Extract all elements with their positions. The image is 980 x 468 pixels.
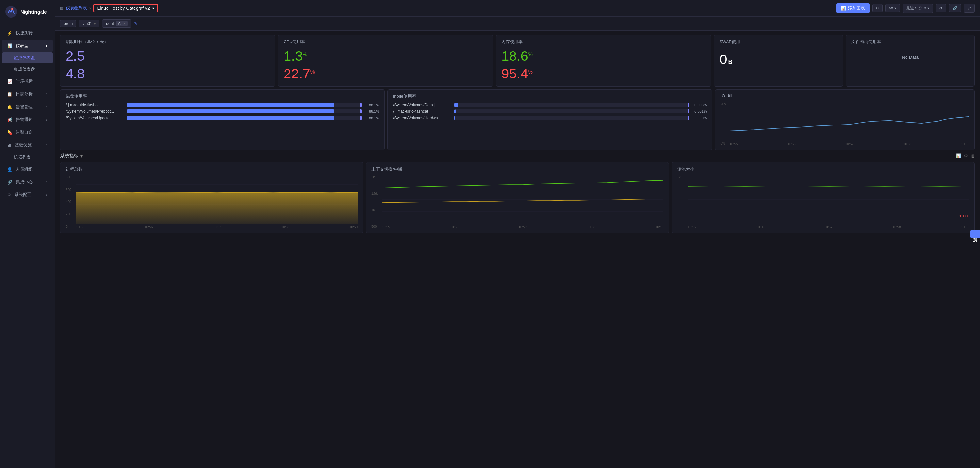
chevron-right-icon: › — [46, 168, 48, 171]
sidebar-item-log-analysis[interactable]: 📋 日志分析 › — [2, 88, 52, 100]
disk-bar-right-2 — [360, 116, 362, 120]
sidebar-item-alert-mgmt[interactable]: 🔔 告警管理 › — [2, 101, 52, 113]
datasource-filter[interactable]: prom — [60, 20, 76, 27]
sysconfig-icon: ⚙ — [7, 193, 11, 197]
entropy-svg: 100 — [687, 175, 969, 224]
section-header: 系统指标 ▾ 📊 ⚙ 🗑 — [60, 153, 975, 159]
inode-bar-fill-2 — [454, 116, 455, 120]
chevron-down-icon: ▾ — [46, 44, 48, 48]
expand-button[interactable]: ⤢ — [964, 3, 975, 13]
datasource-label: prom — [64, 21, 73, 26]
svg-point-1 — [11, 8, 13, 10]
sidebar-item-metrics[interactable]: 📈 时序指标 › — [2, 75, 52, 88]
edit-filter-button[interactable]: ✎ — [134, 21, 138, 26]
chevron-right-icon: › — [46, 118, 48, 122]
refresh-button[interactable]: ↻ — [872, 4, 883, 13]
breadcrumb: ⊞ 仪表盘列表 > Linux Host by Categraf v2 ▾ — [60, 4, 158, 13]
disk-label-2: /System/Volumes/Update ... — [66, 116, 124, 120]
sidebar-item-sysconfig[interactable]: ⚙ 系统配置 › — [2, 189, 52, 201]
feedback-button[interactable]: 反馈 — [970, 230, 980, 238]
process-svg — [76, 175, 358, 224]
process-x-axis: 10:55 10:56 10:57 10:58 10:59 — [76, 225, 358, 229]
dashboard-title[interactable]: Linux Host by Categraf v2 ▾ — [94, 4, 158, 13]
section-chart-icon[interactable]: 📊 — [956, 153, 961, 158]
refresh-interval-selector[interactable]: off ▾ — [885, 4, 900, 13]
io-util-card: IO Util 20% 0% 10:55 10:56 — [715, 89, 975, 150]
filehandle-nodata: No Data — [851, 48, 969, 67]
sidebar-item-integration[interactable]: 🔗 集成中心 › — [2, 176, 52, 188]
breadcrumb-separator: > — [89, 6, 91, 11]
section-gear-icon[interactable]: ⚙ — [964, 153, 968, 158]
ident-label: ident — [105, 21, 114, 26]
add-chart-button[interactable]: 📊 添加图表 — [836, 3, 870, 13]
sidebar-item-label: 人员组织 — [16, 166, 33, 172]
ident-close-icon[interactable]: × — [124, 22, 126, 25]
swap-card: SWAP使用 0 B — [714, 35, 843, 87]
sidebar-item-infrastructure[interactable]: 🖥 基础设施 › — [2, 139, 52, 151]
x-label-3: 10:58 — [903, 142, 912, 146]
uptime-value1: 2.5 — [66, 48, 270, 64]
sidebar-item-label: 系统配置 — [14, 192, 31, 198]
chevron-right-icon: › — [46, 105, 48, 109]
sidebar-item-label: 日志分析 — [16, 91, 33, 97]
monitor-dashboard-label: 监控仪表盘 — [14, 55, 35, 61]
inode-row-0: /System/Volumes/Data | ... 0.008% — [393, 103, 706, 107]
chevron-right-icon: › — [46, 80, 48, 83]
memory-value2: 95.4% — [501, 66, 706, 82]
share-icon: 🔗 — [953, 6, 958, 10]
disk-label-1: /System/Volumes/Preboot... — [66, 109, 124, 114]
chevron-right-icon: › — [46, 131, 48, 134]
cpu-card: CPU使用率 1.3% 22.7% — [278, 35, 493, 87]
inode-bar-right-2 — [688, 116, 689, 120]
uptime-card: 启动时长（单位：天） 2.5 4.8 — [60, 35, 275, 87]
section-trash-icon[interactable]: 🗑 — [970, 153, 975, 158]
metric-cards-row: 启动时长（单位：天） 2.5 4.8 CPU使用率 1.3% 22.7% 内存使… — [60, 35, 975, 87]
inode-bar-fill-1 — [454, 110, 456, 113]
entropy-y-axis: 1k — [677, 175, 681, 229]
sidebar-item-personnel[interactable]: 👤 人员组织 › — [2, 163, 52, 175]
inode-bar-right-1 — [688, 110, 689, 113]
sidebar-item-alert-notify[interactable]: 📢 告警通知 › — [2, 113, 52, 126]
disk-card: 磁盘使用率 / | mac-ulric-flashcat 88.1% /Syst… — [60, 89, 385, 150]
system-charts-row: 进程总数 800 600 400 200 0 — [60, 162, 975, 233]
chart-icon: 📊 — [841, 6, 846, 11]
gear-icon: ⚙ — [939, 6, 943, 10]
host-filter[interactable]: vm01 ▾ — [79, 20, 99, 27]
inode-label-0: /System/Volumes/Data | ... — [393, 103, 452, 107]
machine-list-label: 机器列表 — [14, 154, 31, 160]
process-chart-wrap: 800 600 400 200 0 — [66, 175, 358, 229]
sidebar-item-quick-jump[interactable]: ⚡ 快捷跳转 — [2, 27, 52, 39]
ident-tag: All × — [116, 21, 128, 26]
disk-bar-fill-1 — [127, 110, 334, 113]
share-button[interactable]: 🔗 — [949, 4, 961, 13]
logo-icon — [5, 6, 17, 18]
breadcrumb-link[interactable]: 仪表盘列表 — [66, 5, 87, 11]
chevron-down-icon: ▾ — [94, 22, 96, 25]
time-range-selector[interactable]: 最近 5 分钟 ▾ — [902, 3, 933, 13]
disk-rows: / | mac-ulric-flashcat 88.1% /System/Vol… — [66, 103, 379, 120]
logo: Nightingale — [0, 0, 54, 24]
sidebar-item-machine-list[interactable]: 机器列表 — [2, 152, 52, 163]
system-metrics-section: 系统指标 ▾ 📊 ⚙ 🗑 进程总数 800 600 — [60, 153, 975, 233]
sidebar-item-integrated-dashboard[interactable]: 集成仪表盘 — [2, 64, 52, 75]
main-content: ⊞ 仪表盘列表 > Linux Host by Categraf v2 ▾ 📊 … — [55, 0, 980, 468]
personnel-icon: 👤 — [7, 167, 13, 172]
dashboard-icon: 📊 — [7, 43, 13, 48]
cpu-title: CPU使用率 — [283, 39, 488, 45]
chevron-right-icon: › — [46, 180, 48, 184]
process-title: 进程总数 — [66, 166, 358, 172]
context-x-axis: 10:55 10:56 10:57 10:58 10:59 — [382, 225, 663, 229]
x-label-1: 10:56 — [788, 142, 796, 146]
disk-inode-io-row: 磁盘使用率 / | mac-ulric-flashcat 88.1% /Syst… — [60, 89, 975, 150]
settings-button[interactable]: ⚙ — [935, 4, 947, 13]
x-label-0: 10:55 — [730, 142, 738, 146]
sidebar-item-monitor-dashboard[interactable]: 监控仪表盘 — [2, 52, 52, 64]
disk-bar-fill-0 — [127, 103, 334, 107]
section-actions: 📊 ⚙ 🗑 — [956, 153, 975, 158]
sidebar-item-alert-selfheal[interactable]: 💊 告警自愈 › — [2, 126, 52, 138]
ident-filter[interactable]: ident All × — [102, 19, 131, 28]
memory-value1: 18.6% — [501, 48, 706, 64]
sidebar-item-dashboard[interactable]: 📊 仪表盘 ▾ — [2, 40, 52, 52]
disk-label-0: / | mac-ulric-flashcat — [66, 103, 124, 107]
topbar-right: 📊 添加图表 ↻ off ▾ 最近 5 分钟 ▾ ⚙ 🔗 ⤢ — [836, 3, 975, 13]
